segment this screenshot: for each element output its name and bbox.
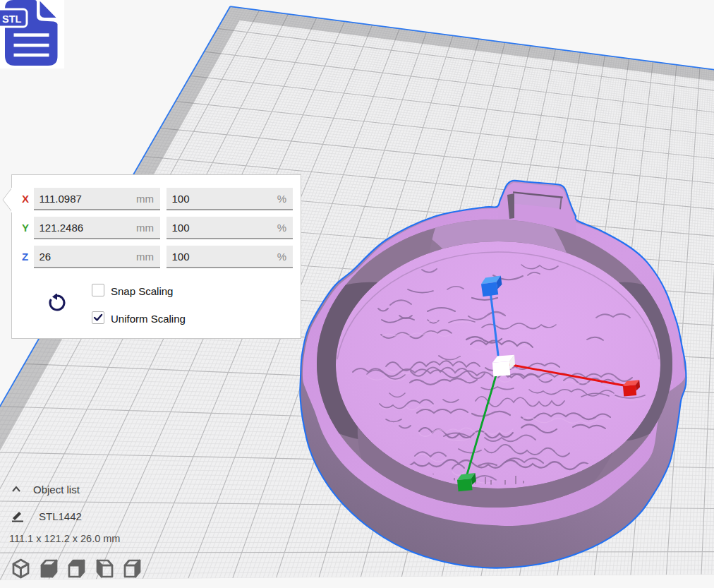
svg-text:STL: STL bbox=[2, 14, 22, 25]
